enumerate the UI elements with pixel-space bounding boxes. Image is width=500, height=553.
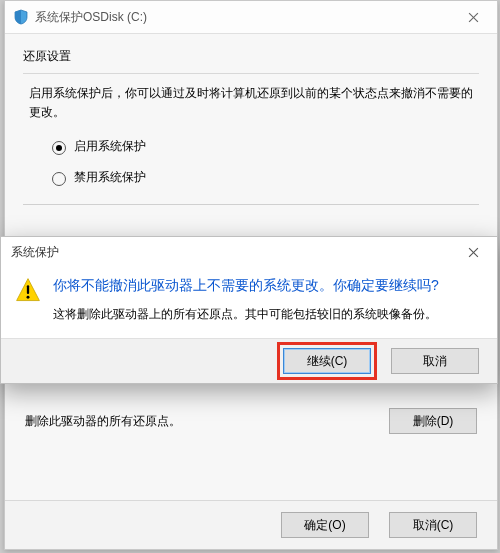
close-icon bbox=[468, 12, 479, 23]
continue-highlight: 继续(C) bbox=[277, 342, 377, 380]
dialog-close-button[interactable] bbox=[455, 241, 491, 263]
radio-enable-input[interactable] bbox=[52, 141, 66, 155]
dialog-subtext: 这将删除此驱动器上的所有还原点。其中可能包括较旧的系统映像备份。 bbox=[53, 305, 479, 324]
delete-row: 删除此驱动器的所有还原点。 删除(D) bbox=[25, 408, 477, 434]
titlebar: 系统保护OSDisk (C:) bbox=[5, 1, 497, 34]
close-icon bbox=[468, 247, 479, 258]
radio-disable-input[interactable] bbox=[52, 172, 66, 186]
dialog-title: 系统保护 bbox=[11, 244, 59, 261]
restore-description: 启用系统保护后，你可以通过及时将计算机还原到以前的某个状态点来撤消不需要的更改。 bbox=[29, 84, 479, 122]
radio-enable-label: 启用系统保护 bbox=[74, 138, 146, 155]
divider bbox=[23, 204, 479, 205]
cancel-button[interactable]: 取消(C) bbox=[389, 512, 477, 538]
restore-section-title: 还原设置 bbox=[23, 48, 479, 65]
ok-button[interactable]: 确定(O) bbox=[281, 512, 369, 538]
radio-enable-protection[interactable]: 启用系统保护 bbox=[47, 138, 479, 155]
window-close-button[interactable] bbox=[455, 5, 491, 29]
divider bbox=[23, 73, 479, 74]
svg-rect-5 bbox=[27, 285, 29, 294]
svg-point-6 bbox=[27, 296, 30, 299]
radio-disable-label: 禁用系统保护 bbox=[74, 169, 146, 186]
continue-button[interactable]: 继续(C) bbox=[283, 348, 371, 374]
dialog-titlebar: 系统保护 bbox=[1, 237, 497, 267]
dialog-cancel-button[interactable]: 取消 bbox=[391, 348, 479, 374]
dialog-button-bar: 继续(C) 取消 bbox=[1, 338, 497, 383]
dialog-heading: 你将不能撤消此驱动器上不需要的系统更改。你确定要继续吗? bbox=[53, 275, 479, 295]
shield-icon bbox=[13, 9, 29, 25]
warning-icon bbox=[15, 277, 41, 303]
protection-radio-group: 启用系统保护 禁用系统保护 bbox=[47, 138, 479, 186]
window-title: 系统保护OSDisk (C:) bbox=[35, 9, 147, 26]
dialog-text: 你将不能撤消此驱动器上不需要的系统更改。你确定要继续吗? 这将删除此驱动器上的所… bbox=[53, 275, 479, 324]
delete-description: 删除此驱动器的所有还原点。 bbox=[25, 413, 181, 430]
dialog-body: 你将不能撤消此驱动器上不需要的系统更改。你确定要继续吗? 这将删除此驱动器上的所… bbox=[1, 267, 497, 338]
window-button-bar: 确定(O) 取消(C) bbox=[5, 500, 497, 549]
radio-disable-protection[interactable]: 禁用系统保护 bbox=[47, 169, 479, 186]
delete-button[interactable]: 删除(D) bbox=[389, 408, 477, 434]
confirm-dialog: 系统保护 你将不能撤消此驱动器上不需要的系统更改。你确定要继续吗? 这将删除此驱… bbox=[0, 236, 498, 384]
